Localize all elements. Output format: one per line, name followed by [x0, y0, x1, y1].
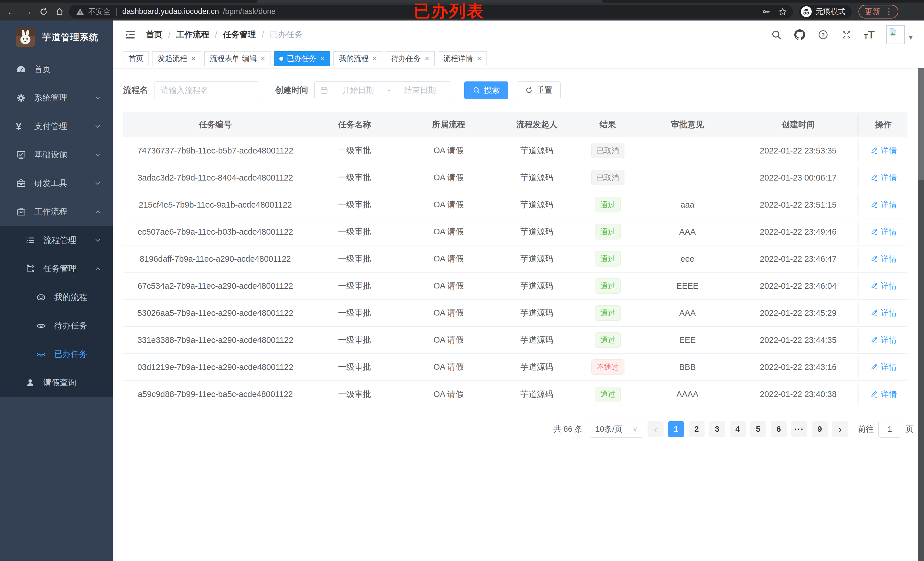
table-row: 8196daff-7b9a-11ec-a290-acde48001122 一级审…: [123, 245, 908, 272]
search-button[interactable]: 搜索: [464, 81, 508, 99]
sidebar-item-done-task[interactable]: 已办任务: [0, 340, 113, 368]
security-label[interactable]: 不安全: [88, 6, 111, 16]
breadcrumb-item[interactable]: 任务管理: [223, 29, 256, 40]
forward-icon[interactable]: →: [21, 5, 34, 18]
close-icon[interactable]: ×: [477, 54, 482, 63]
tab-home[interactable]: 首页: [123, 51, 149, 66]
sidebar-item-dev-tools[interactable]: 研发工具: [0, 169, 113, 197]
status-badge: 通过: [595, 332, 621, 348]
prev-page-button[interactable]: ‹: [648, 421, 663, 437]
page-button-1[interactable]: 1: [668, 421, 684, 437]
detail-button[interactable]: 详情: [870, 172, 897, 183]
status-badge: 通过: [595, 224, 621, 239]
pencil-icon: [870, 309, 878, 317]
cell-process: OA 请假: [402, 354, 496, 380]
pagination-ellipsis[interactable]: ···: [791, 421, 807, 437]
breadcrumb-item[interactable]: 工作流程: [176, 29, 209, 40]
key-icon[interactable]: [762, 7, 771, 16]
tab-create-process[interactable]: 发起流程 ×: [152, 51, 201, 66]
page-button-6[interactable]: 6: [771, 421, 787, 437]
tab-done-tasks[interactable]: 已办任务 ×: [274, 51, 330, 66]
detail-button[interactable]: 详情: [870, 362, 897, 373]
cell-process: OA 请假: [402, 245, 496, 272]
cell-task-name: 一级审批: [308, 164, 402, 191]
table-row: ec507ae6-7b9a-11ec-b03b-acde48001122 一级审…: [123, 218, 908, 245]
sidebar-item-home[interactable]: 首页: [0, 55, 113, 84]
close-icon[interactable]: ×: [372, 54, 377, 63]
update-button[interactable]: 更新 ⋮: [858, 5, 898, 18]
github-icon[interactable]: [794, 29, 806, 41]
sidebar-logo[interactable]: 芋道管理系统: [0, 21, 113, 55]
font-size-icon[interactable]: TT: [864, 29, 875, 40]
page-button-3[interactable]: 3: [709, 421, 725, 437]
close-icon[interactable]: ×: [424, 54, 429, 63]
detail-button[interactable]: 详情: [870, 308, 897, 319]
page-size-select[interactable]: 10条/页 ∨: [590, 420, 643, 438]
fullscreen-icon[interactable]: [840, 29, 852, 41]
browser-menu-icon[interactable]: ⋮: [885, 7, 895, 16]
sidebar-item-task-management[interactable]: 任务管理: [0, 254, 113, 283]
cell-created-at: 2022-01-22 23:44:35: [737, 327, 859, 353]
detail-button[interactable]: 详情: [870, 389, 897, 400]
sidebar-item-payment-management[interactable]: ¥ 支付管理: [0, 112, 113, 141]
eye-closed-icon: [36, 349, 46, 359]
detail-button[interactable]: 详情: [870, 226, 897, 237]
user-menu[interactable]: ▾: [886, 25, 913, 44]
detail-button[interactable]: 详情: [870, 280, 897, 291]
help-icon[interactable]: ?: [817, 29, 829, 41]
hamburger-icon[interactable]: [124, 29, 136, 41]
search-button-icon: [472, 86, 480, 94]
next-page-button[interactable]: ›: [832, 421, 848, 437]
page-button-9[interactable]: 9: [812, 421, 828, 437]
cell-result: 通过: [578, 299, 638, 326]
cell-task-name: 一级审批: [308, 137, 402, 164]
search-icon[interactable]: [770, 29, 782, 41]
page-button-2[interactable]: 2: [688, 421, 705, 437]
chevron-down-icon: [94, 236, 102, 244]
warning-icon[interactable]: [76, 7, 84, 16]
table-row: 74736737-7b9b-11ec-b5b7-acde48001122 一级审…: [123, 137, 908, 164]
caret-down-icon[interactable]: ▾: [909, 33, 913, 44]
end-date-placeholder: 结束日期: [394, 85, 446, 96]
cell-result: 通过: [578, 218, 638, 245]
tab-my-process[interactable]: 我的流程 ×: [333, 51, 382, 66]
tab-process-detail[interactable]: 流程详情 ×: [438, 51, 487, 66]
tab-form-editor[interactable]: 流程表单-编辑 ×: [204, 51, 270, 66]
user-icon: [25, 378, 35, 388]
process-name-input[interactable]: [154, 81, 259, 99]
sidebar-item-todo-task[interactable]: 待办任务: [0, 311, 113, 340]
status-badge: 通过: [595, 251, 621, 266]
cell-process: OA 请假: [402, 164, 496, 191]
sidebar-item-system-management[interactable]: 系统管理: [0, 84, 113, 112]
page-button-4[interactable]: 4: [730, 421, 746, 437]
home-icon[interactable]: [53, 5, 66, 18]
monitor-icon: [16, 150, 26, 160]
sidebar-item-infrastructure[interactable]: 基础设施: [0, 141, 113, 169]
page-button-5[interactable]: 5: [750, 421, 766, 437]
detail-button[interactable]: 详情: [870, 199, 897, 210]
date-range-input[interactable]: 开始日期 - 结束日期: [314, 81, 451, 99]
sidebar-item-process-management[interactable]: 流程管理: [0, 226, 113, 254]
page-scrollbar[interactable]: [918, 21, 924, 561]
star-icon[interactable]: [778, 7, 787, 16]
create-time-label: 创建时间: [275, 85, 308, 96]
close-icon[interactable]: ×: [260, 54, 265, 63]
sidebar-item-leave-query[interactable]: 请假查询: [0, 368, 113, 397]
close-icon[interactable]: ×: [320, 54, 325, 63]
tab-todo-tasks[interactable]: 待办任务 ×: [386, 51, 434, 66]
detail-button[interactable]: 详情: [870, 253, 897, 264]
back-icon[interactable]: ←: [5, 5, 18, 18]
avatar[interactable]: [886, 25, 905, 44]
sidebar-item-my-process[interactable]: 我的流程: [0, 283, 113, 311]
status-badge: 通过: [595, 197, 621, 212]
goto-page-input[interactable]: [878, 420, 901, 438]
reload-icon[interactable]: [37, 5, 50, 18]
status-badge: 已取消: [591, 170, 624, 186]
reset-button[interactable]: 重置: [517, 81, 561, 99]
detail-button[interactable]: 详情: [870, 335, 897, 346]
cell-starter: 芋道源码: [496, 218, 578, 245]
sidebar-item-workflow[interactable]: 工作流程: [0, 197, 113, 226]
close-icon[interactable]: ×: [190, 54, 195, 63]
detail-button[interactable]: 详情: [870, 145, 897, 156]
breadcrumb-item[interactable]: 首页: [146, 29, 162, 40]
